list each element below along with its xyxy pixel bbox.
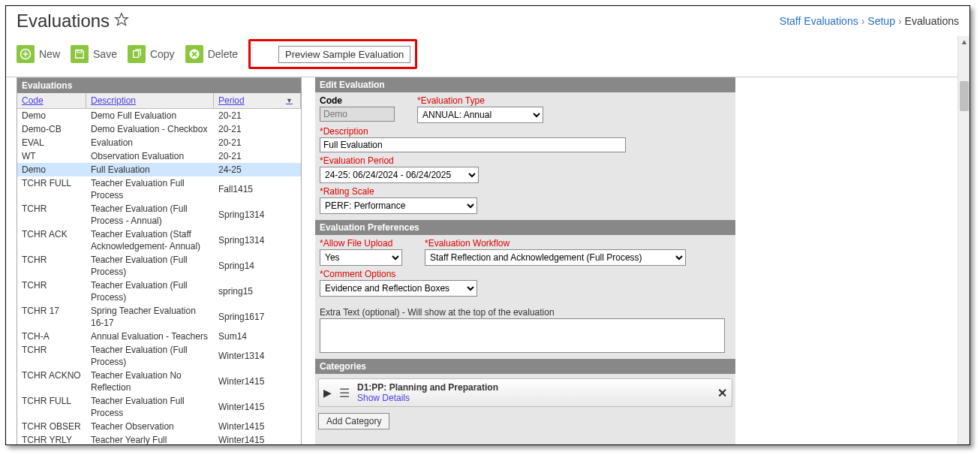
table-row[interactable]: TCHRTeacher Evaluation (Full Process)spr… xyxy=(17,279,301,304)
scroll-thumb[interactable] xyxy=(960,81,969,111)
content: Evaluations Code Description Period ▼ De… xyxy=(6,77,969,445)
favorite-star-icon[interactable] xyxy=(114,11,129,32)
table-row[interactable]: TCHR 17Spring Teacher Evaluation 16-17Sp… xyxy=(17,304,301,330)
new-label: New xyxy=(39,48,60,60)
table-row[interactable]: WTObservation Evaluation20-21 xyxy=(17,149,301,163)
table-row[interactable]: TCH-AAnnual Evaluation - TeachersSum14 xyxy=(17,330,301,343)
type-select[interactable]: ANNUAL: Annual xyxy=(417,107,543,123)
extra-text-input[interactable] xyxy=(320,318,725,353)
print-preview-icon[interactable] xyxy=(253,44,274,65)
comment-select[interactable]: Evidence and Reflection Boxes xyxy=(320,280,477,297)
new-button[interactable]: New xyxy=(17,45,60,63)
cell-description: Teacher Evaluation (Full Process) xyxy=(86,279,214,304)
table-row[interactable]: TCHR FULLTeacher Evaluation Full Process… xyxy=(17,176,301,202)
copy-icon xyxy=(128,45,146,63)
categories-header: Categories xyxy=(315,359,735,374)
cell-description: Observation Evaluation xyxy=(86,149,214,163)
table-row[interactable]: TCHR OBSERTeacher ObservationWinter1415 xyxy=(17,420,301,433)
table-row[interactable]: TCHR ACKNOTeacher Evaluation No Reflecti… xyxy=(17,369,301,394)
edit-evaluation-header: Edit Evaluation xyxy=(315,77,735,92)
edit-panel: Edit Evaluation Code *Evaluation Type AN… xyxy=(315,77,735,445)
cell-period: Winter1415 xyxy=(214,369,301,394)
scale-select[interactable]: PERF: Performance xyxy=(320,197,477,214)
cell-period: spring15 xyxy=(214,279,301,304)
table-row[interactable]: EVALEvaluation20-21 xyxy=(17,136,301,149)
table-row[interactable]: TCHRTeacher Evaluation (Full Process)Win… xyxy=(17,343,301,369)
svg-rect-5 xyxy=(134,51,139,58)
save-button[interactable]: Save xyxy=(71,45,117,63)
cell-description: Teacher Evaluation (Full Process) xyxy=(86,343,214,369)
cell-code: TCHR xyxy=(17,253,86,279)
workflow-select[interactable]: Staff Reflection and Acknowledgement (Fu… xyxy=(425,249,686,266)
table-row[interactable]: TCHRTeacher Evaluation (Full Process)Spr… xyxy=(17,253,301,279)
extra-text-label: Extra Text (optional) - Will show at the… xyxy=(320,307,731,318)
breadcrumb-staff-evaluations[interactable]: Staff Evaluations xyxy=(780,15,858,27)
cell-code: TCHR FULL xyxy=(17,394,86,420)
breadcrumb: Staff Evaluations › Setup › Evaluations xyxy=(780,15,959,27)
remove-category-icon[interactable]: ✕ xyxy=(717,386,727,400)
table-row[interactable]: TCHR YRLYTeacher Yearly FullWinter1415 xyxy=(17,433,301,444)
cell-period: 20-21 xyxy=(214,122,301,136)
preview-sample-button[interactable]: Preview Sample Evaluation xyxy=(278,46,410,63)
breadcrumb-setup[interactable]: Setup xyxy=(867,15,895,27)
cell-period: Spring14 xyxy=(214,253,301,279)
upload-select[interactable]: Yes xyxy=(320,249,402,266)
workflow-label: *Evaluation Workflow xyxy=(425,238,686,249)
evaluations-list-panel: Evaluations Code Description Period ▼ De… xyxy=(17,77,302,445)
table-header: Code Description Period ▼ xyxy=(17,93,301,109)
cell-description: Demo Full Evaluation xyxy=(86,109,214,122)
breadcrumb-current: Evaluations xyxy=(905,15,959,27)
cell-description: Annual Evaluation - Teachers xyxy=(86,330,214,343)
cell-code: Demo-CB xyxy=(17,122,86,136)
table-row[interactable]: Demo-CBDemo Evaluation - Checkbox20-21 xyxy=(17,122,301,136)
table-row[interactable]: TCHR FULLTeacher Evaluation Full Process… xyxy=(17,394,301,420)
scroll-up-icon[interactable]: ▲ xyxy=(960,38,968,46)
cell-period: Winter1415 xyxy=(214,420,301,433)
col-period[interactable]: Period ▼ xyxy=(214,93,301,108)
table-row[interactable]: DemoFull Evaluation24-25 xyxy=(17,163,301,176)
period-select[interactable]: 24-25: 06/24/2024 - 06/24/2025 xyxy=(320,167,479,183)
table-row[interactable]: TCHR ACKTeacher Evaluation (Staff Acknow… xyxy=(17,228,301,253)
x-circle-icon xyxy=(185,45,203,63)
cell-period: Sum14 xyxy=(214,330,301,343)
plus-circle-icon xyxy=(17,45,35,63)
table-row[interactable]: TCHRTeacher Evaluation (Full Process - A… xyxy=(17,202,301,228)
edit-section: Code *Evaluation Type ANNUAL: Annual *De… xyxy=(315,92,735,220)
delete-button[interactable]: Delete xyxy=(185,45,238,63)
expand-icon[interactable]: ▶ xyxy=(323,387,332,399)
cell-period: Winter1314 xyxy=(214,343,301,369)
drag-handle-icon[interactable]: ☰ xyxy=(339,386,350,400)
cell-description: Teacher Observation xyxy=(86,420,214,433)
cell-code: WT xyxy=(17,149,86,163)
cell-period: 24-25 xyxy=(214,163,301,176)
cell-period: 20-21 xyxy=(214,136,301,149)
cell-period: Winter1415 xyxy=(214,394,301,420)
delete-label: Delete xyxy=(208,48,238,60)
col-description[interactable]: Description xyxy=(86,93,214,108)
add-category-button[interactable]: Add Category xyxy=(318,413,389,429)
code-input[interactable] xyxy=(320,107,395,122)
upload-label: *Allow File Upload xyxy=(320,238,402,249)
show-details-link[interactable]: Show Details xyxy=(357,393,710,403)
cell-period: Fall1415 xyxy=(214,176,301,202)
cell-description: Teacher Evaluation (Full Process - Annua… xyxy=(86,202,214,228)
description-input[interactable] xyxy=(320,137,626,152)
cell-description: Teacher Evaluation Full Process xyxy=(86,176,214,202)
cell-description: Teacher Evaluation Full Process xyxy=(86,394,214,420)
cell-period: Winter1415 xyxy=(214,433,301,444)
cell-period: 20-21 xyxy=(214,109,301,122)
cell-period: Spring1314 xyxy=(214,202,301,228)
col-code[interactable]: Code xyxy=(17,93,86,108)
category-title: D1:PP: Planning and Preparation xyxy=(357,382,710,393)
cell-description: Teacher Evaluation No Reflection xyxy=(86,369,214,394)
svg-marker-0 xyxy=(116,14,128,26)
copy-button[interactable]: Copy xyxy=(128,45,175,63)
cell-code: TCHR YRLY xyxy=(17,433,86,444)
cell-code: TCHR FULL xyxy=(17,176,86,202)
table-row[interactable]: DemoDemo Full Evaluation20-21 xyxy=(17,109,301,122)
cell-description: Spring Teacher Evaluation 16-17 xyxy=(86,304,214,330)
cell-description: Full Evaluation xyxy=(86,163,214,176)
save-icon xyxy=(71,45,89,63)
table-body: DemoDemo Full Evaluation20-21Demo-CBDemo… xyxy=(17,109,301,444)
vertical-scrollbar[interactable]: ▲ xyxy=(957,36,969,444)
